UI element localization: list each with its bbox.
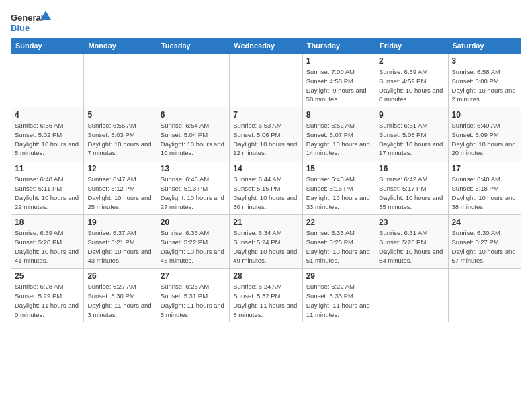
calendar-cell: 24Sunrise: 6:30 AMSunset: 5:27 PMDayligh… — [448, 215, 521, 269]
calendar-cell: 22Sunrise: 6:33 AMSunset: 5:25 PMDayligh… — [302, 215, 375, 269]
day-number: 29 — [306, 271, 371, 281]
day-number: 20 — [161, 218, 226, 227]
calendar-cell: 25Sunrise: 6:28 AMSunset: 5:29 PMDayligh… — [11, 269, 84, 322]
day-info: Sunrise: 6:48 AMSunset: 5:11 PMDaylight:… — [15, 175, 80, 212]
day-number: 4 — [15, 110, 80, 120]
calendar-cell: 15Sunrise: 6:43 AMSunset: 5:16 PMDayligh… — [302, 161, 375, 215]
day-number: 2 — [379, 56, 444, 66]
calendar-cell — [84, 54, 157, 107]
header-cell-thursday: Thursday — [302, 38, 375, 54]
calendar-cell: 18Sunrise: 6:39 AMSunset: 5:20 PMDayligh… — [11, 215, 84, 269]
calendar-cell: 6Sunrise: 6:54 AMSunset: 5:04 PMDaylight… — [157, 107, 229, 161]
day-number: 23 — [379, 218, 444, 227]
calendar-cell: 29Sunrise: 6:22 AMSunset: 5:33 PMDayligh… — [302, 269, 375, 322]
calendar-cell: 12Sunrise: 6:47 AMSunset: 5:12 PMDayligh… — [84, 161, 157, 215]
day-number: 8 — [306, 110, 371, 120]
day-number: 6 — [161, 110, 226, 120]
calendar-cell: 17Sunrise: 6:40 AMSunset: 5:18 PMDayligh… — [448, 161, 521, 215]
calendar-cell — [157, 54, 229, 107]
header-cell-tuesday: Tuesday — [157, 38, 229, 54]
day-info: Sunrise: 6:28 AMSunset: 5:29 PMDaylight:… — [15, 282, 80, 319]
calendar-cell: 23Sunrise: 6:31 AMSunset: 5:26 PMDayligh… — [375, 215, 448, 269]
calendar-cell: 9Sunrise: 6:51 AMSunset: 5:08 PMDaylight… — [375, 107, 448, 161]
svg-text:Blue: Blue — [11, 23, 30, 33]
day-info: Sunrise: 6:36 AMSunset: 5:22 PMDaylight:… — [161, 228, 226, 265]
day-info: Sunrise: 6:51 AMSunset: 5:08 PMDaylight:… — [379, 121, 444, 158]
day-info: Sunrise: 6:42 AMSunset: 5:17 PMDaylight:… — [379, 175, 444, 212]
header-cell-friday: Friday — [375, 38, 448, 54]
calendar-cell: 27Sunrise: 6:25 AMSunset: 5:31 PMDayligh… — [157, 269, 229, 322]
calendar-cell: 26Sunrise: 6:27 AMSunset: 5:30 PMDayligh… — [84, 269, 157, 322]
day-info: Sunrise: 6:52 AMSunset: 5:07 PMDaylight:… — [306, 121, 371, 158]
day-number: 10 — [452, 110, 517, 120]
calendar-body: 1Sunrise: 7:00 AMSunset: 4:58 PMDaylight… — [11, 54, 521, 322]
day-info: Sunrise: 6:25 AMSunset: 5:31 PMDaylight:… — [161, 282, 226, 319]
day-number: 1 — [306, 56, 371, 66]
day-info: Sunrise: 6:40 AMSunset: 5:18 PMDaylight:… — [452, 175, 517, 212]
day-info: Sunrise: 6:31 AMSunset: 5:26 PMDaylight:… — [379, 228, 444, 265]
day-number: 26 — [87, 271, 152, 281]
calendar-cell — [11, 54, 84, 107]
calendar-cell — [448, 269, 521, 322]
day-info: Sunrise: 6:53 AMSunset: 5:06 PMDaylight:… — [233, 121, 298, 158]
calendar-cell: 10Sunrise: 6:49 AMSunset: 5:09 PMDayligh… — [448, 107, 521, 161]
calendar-header-row: SundayMondayTuesdayWednesdayThursdayFrid… — [11, 38, 521, 54]
day-number: 25 — [15, 271, 80, 281]
day-info: Sunrise: 6:39 AMSunset: 5:20 PMDaylight:… — [15, 228, 80, 265]
logo-svg: General Blue — [11, 11, 51, 35]
day-number: 7 — [233, 110, 298, 120]
day-number: 15 — [306, 164, 371, 173]
day-info: Sunrise: 6:27 AMSunset: 5:30 PMDaylight:… — [87, 282, 152, 319]
day-info: Sunrise: 6:58 AMSunset: 5:00 PMDaylight:… — [452, 67, 517, 104]
day-info: Sunrise: 6:37 AMSunset: 5:21 PMDaylight:… — [87, 228, 152, 265]
calendar-cell: 21Sunrise: 6:34 AMSunset: 5:24 PMDayligh… — [230, 215, 302, 269]
header-cell-saturday: Saturday — [448, 38, 521, 54]
calendar-cell: 4Sunrise: 6:56 AMSunset: 5:02 PMDaylight… — [11, 107, 84, 161]
day-number: 21 — [233, 218, 298, 227]
logo: General Blue — [11, 11, 51, 35]
day-number: 18 — [15, 218, 80, 227]
day-info: Sunrise: 6:54 AMSunset: 5:04 PMDaylight:… — [161, 121, 226, 158]
day-number: 5 — [87, 110, 152, 120]
calendar-week-row: 18Sunrise: 6:39 AMSunset: 5:20 PMDayligh… — [11, 215, 521, 269]
calendar-cell: 11Sunrise: 6:48 AMSunset: 5:11 PMDayligh… — [11, 161, 84, 215]
calendar-cell: 28Sunrise: 6:24 AMSunset: 5:32 PMDayligh… — [230, 269, 302, 322]
day-info: Sunrise: 6:47 AMSunset: 5:12 PMDaylight:… — [87, 175, 152, 212]
day-info: Sunrise: 6:44 AMSunset: 5:15 PMDaylight:… — [233, 175, 298, 212]
svg-text:General: General — [11, 13, 43, 23]
day-number: 12 — [87, 164, 152, 173]
day-number: 13 — [161, 164, 226, 173]
day-info: Sunrise: 7:00 AMSunset: 4:58 PMDaylight:… — [306, 67, 371, 104]
calendar-cell: 1Sunrise: 7:00 AMSunset: 4:58 PMDaylight… — [302, 54, 375, 107]
header-cell-sunday: Sunday — [11, 38, 84, 54]
day-number: 17 — [452, 164, 517, 173]
day-info: Sunrise: 6:24 AMSunset: 5:32 PMDaylight:… — [233, 282, 298, 319]
calendar-cell: 2Sunrise: 6:59 AMSunset: 4:59 PMDaylight… — [375, 54, 448, 107]
calendar-cell — [375, 269, 448, 322]
calendar-table: SundayMondayTuesdayWednesdayThursdayFrid… — [11, 38, 521, 322]
day-info: Sunrise: 6:56 AMSunset: 5:02 PMDaylight:… — [15, 121, 80, 158]
calendar-cell: 16Sunrise: 6:42 AMSunset: 5:17 PMDayligh… — [375, 161, 448, 215]
calendar-cell: 5Sunrise: 6:55 AMSunset: 5:03 PMDaylight… — [84, 107, 157, 161]
calendar-week-row: 11Sunrise: 6:48 AMSunset: 5:11 PMDayligh… — [11, 161, 521, 215]
calendar-cell: 3Sunrise: 6:58 AMSunset: 5:00 PMDaylight… — [448, 54, 521, 107]
calendar-cell: 20Sunrise: 6:36 AMSunset: 5:22 PMDayligh… — [157, 215, 229, 269]
day-info: Sunrise: 6:55 AMSunset: 5:03 PMDaylight:… — [87, 121, 152, 158]
calendar-week-row: 25Sunrise: 6:28 AMSunset: 5:29 PMDayligh… — [11, 269, 521, 322]
calendar-cell: 13Sunrise: 6:46 AMSunset: 5:13 PMDayligh… — [157, 161, 229, 215]
day-number: 27 — [161, 271, 226, 281]
day-info: Sunrise: 6:59 AMSunset: 4:59 PMDaylight:… — [379, 67, 444, 104]
day-number: 11 — [15, 164, 80, 173]
calendar-cell: 19Sunrise: 6:37 AMSunset: 5:21 PMDayligh… — [84, 215, 157, 269]
calendar-week-row: 1Sunrise: 7:00 AMSunset: 4:58 PMDaylight… — [11, 54, 521, 107]
calendar-cell: 14Sunrise: 6:44 AMSunset: 5:15 PMDayligh… — [230, 161, 302, 215]
calendar-week-row: 4Sunrise: 6:56 AMSunset: 5:02 PMDaylight… — [11, 107, 521, 161]
day-info: Sunrise: 6:46 AMSunset: 5:13 PMDaylight:… — [161, 175, 226, 212]
day-number: 19 — [87, 218, 152, 227]
header-cell-monday: Monday — [84, 38, 157, 54]
day-info: Sunrise: 6:30 AMSunset: 5:27 PMDaylight:… — [452, 228, 517, 265]
day-number: 14 — [233, 164, 298, 173]
day-number: 22 — [306, 218, 371, 227]
day-info: Sunrise: 6:33 AMSunset: 5:25 PMDaylight:… — [306, 228, 371, 265]
day-number: 24 — [452, 218, 517, 227]
